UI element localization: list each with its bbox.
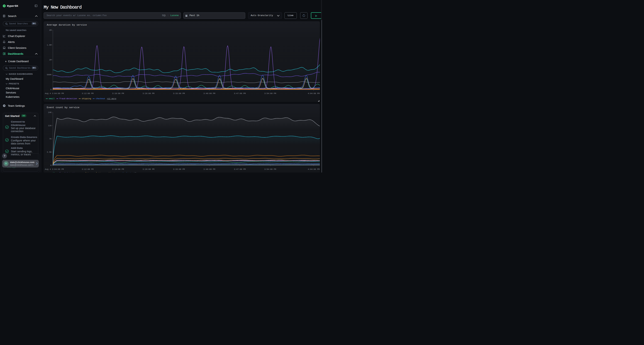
svg-text:4:04:00 PM: 4:04:00 PM — [308, 92, 320, 95]
svg-text:3:40:00 PM: 3:40:00 PM — [204, 92, 215, 95]
svg-text:3:47:00 PM: 3:47:00 PM — [234, 168, 246, 170]
svg-text:Aug 4 3:04:00 PM: Aug 4 3:04:00 PM — [45, 168, 64, 170]
svg-text:0: 0 — [50, 164, 52, 166]
svg-text:3:33:00 PM: 3:33:00 PM — [173, 92, 185, 95]
svg-text:3:54:00 PM: 3:54:00 PM — [264, 168, 276, 170]
svg-text:7K: 7K — [49, 138, 52, 140]
svg-text:14K: 14K — [48, 111, 52, 113]
svg-text:3:26:00 PM: 3:26:00 PM — [142, 92, 154, 95]
svg-text:3:12:00 PM: 3:12:00 PM — [82, 92, 94, 95]
svg-text:3:19:00 PM: 3:19:00 PM — [112, 168, 124, 170]
svg-text:3:40:00 PM: 3:40:00 PM — [204, 168, 215, 170]
svg-text:1.5M: 1.5M — [47, 44, 52, 46]
svg-text:3.5K: 3.5K — [47, 151, 52, 153]
svg-text:2M: 2M — [49, 29, 52, 31]
svg-text:3:26:00 PM: 3:26:00 PM — [142, 168, 154, 170]
svg-text:3:19:00 PM: 3:19:00 PM — [112, 92, 124, 95]
svg-text:3:12:00 PM: 3:12:00 PM — [82, 168, 94, 170]
svg-text:3:54:00 PM: 3:54:00 PM — [264, 92, 276, 95]
svg-text:3:33:00 PM: 3:33:00 PM — [173, 168, 185, 170]
svg-text:500K: 500K — [47, 74, 52, 76]
svg-text:0: 0 — [50, 88, 52, 91]
svg-text:Aug 4 3:04:00 PM: Aug 4 3:04:00 PM — [45, 92, 64, 95]
svg-text:11K: 11K — [48, 125, 52, 127]
svg-text:3:47:00 PM: 3:47:00 PM — [234, 92, 246, 95]
svg-text:4:04:00 PM: 4:04:00 PM — [308, 168, 320, 170]
svg-text:1M: 1M — [49, 59, 52, 61]
